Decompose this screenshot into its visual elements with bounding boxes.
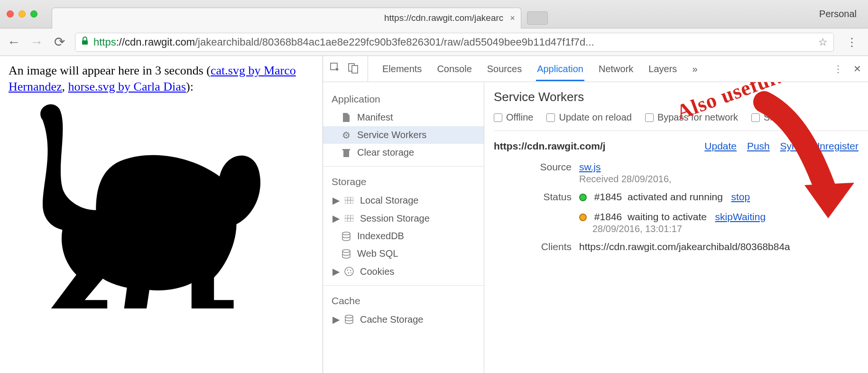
status-id: #1845 (594, 191, 622, 202)
sidebar-item-label: IndexedDB (357, 231, 404, 242)
sidebar-item-indexeddb[interactable]: IndexedDB (323, 227, 484, 245)
sidebar-item-cache-storage[interactable]: ▶ Cache Storage (323, 310, 484, 328)
devtools-close-button[interactable]: ✕ (853, 63, 861, 75)
checkbox-label: Show (764, 112, 787, 123)
sidebar-item-cookies[interactable]: ▶ Cookies (323, 262, 484, 280)
tab-sources[interactable]: Sources (486, 57, 523, 81)
tab-application[interactable]: Application (536, 57, 584, 81)
reload-button[interactable]: ⟳ (52, 34, 66, 50)
svg-rect-3 (352, 65, 358, 73)
panel-title: Service Workers (494, 90, 868, 104)
rendered-page: An image will appear here in 3 seconds (… (0, 56, 323, 373)
status-timestamp: 28/09/2016, 13:01:17 (592, 224, 868, 234)
inspect-icon[interactable] (330, 62, 341, 76)
status-row-waiting: #1846 waiting to activate skipWaiting 28… (579, 211, 868, 234)
link-sw-js[interactable]: sw.js (579, 161, 601, 172)
sidebar-item-session-storage[interactable]: ▶ Session Storage (323, 209, 484, 227)
intro-sep: , (62, 80, 68, 93)
sidebar-item-label: Clear storage (357, 147, 414, 158)
value-source: sw.js Received 28/09/2016, (579, 161, 868, 185)
tab-console[interactable]: Console (436, 57, 472, 81)
manifest-icon (341, 112, 351, 123)
browser-window: https://cdn.rawgit.com/jakearc × Persona… (0, 0, 868, 373)
device-icon[interactable] (348, 62, 359, 76)
svg-rect-5 (342, 149, 350, 150)
expand-arrow-icon[interactable]: ▶ (332, 266, 338, 277)
checkbox-offline[interactable]: Offline (494, 112, 533, 123)
action-sync[interactable]: Sync (780, 140, 803, 151)
devtools-tabs: Elements Console Sources Application Net… (323, 56, 868, 82)
svg-rect-4 (343, 150, 349, 157)
expand-arrow-icon[interactable]: ▶ (332, 195, 338, 206)
sidebar-item-label: Service Workers (357, 130, 426, 140)
svg-point-17 (347, 270, 349, 271)
action-update[interactable]: Update (704, 140, 737, 151)
devtools-body: Application Manifest ⚙ Service Workers C… (323, 82, 868, 373)
window-controls (7, 10, 37, 18)
sidebar-item-web-sql[interactable]: Web SQL (323, 245, 484, 262)
sidebar-section-cache: Cache (323, 290, 484, 310)
back-button[interactable]: ← (7, 35, 21, 50)
sw-origin: https://cdn.rawgit.com/j (494, 140, 606, 152)
close-tab-button[interactable]: × (510, 13, 515, 23)
page-intro: An image will appear here in 3 seconds (… (9, 63, 314, 95)
service-workers-panel: Service Workers Offline Update on reload… (484, 82, 868, 373)
expand-arrow-icon[interactable]: ▶ (332, 314, 338, 325)
sidebar-item-label: Local Storage (360, 195, 418, 206)
tab-elements[interactable]: Elements (381, 57, 423, 81)
close-window-button[interactable] (7, 10, 14, 18)
svg-rect-0 (82, 40, 88, 45)
expand-arrow-icon[interactable]: ▶ (332, 213, 338, 224)
devtools: Elements Console Sources Application Net… (323, 56, 868, 373)
tab-layers[interactable]: Layers (647, 57, 678, 81)
checkbox-label: Offline (506, 112, 533, 123)
checkbox-update-on-reload[interactable]: Update on reload (546, 112, 631, 123)
intro-prefix: An image will appear here in 3 seconds ( (9, 64, 211, 77)
application-sidebar: Application Manifest ⚙ Service Workers C… (323, 82, 484, 373)
svg-point-20 (351, 272, 351, 273)
label-status: Status (494, 191, 579, 203)
sidebar-item-service-workers[interactable]: ⚙ Service Workers (323, 126, 484, 144)
tab-network[interactable]: Network (598, 57, 634, 81)
gear-icon: ⚙ (341, 130, 351, 140)
sidebar-item-clear-storage[interactable]: Clear storage (323, 144, 484, 161)
devtools-menu-button[interactable]: ⋮ (833, 63, 843, 75)
status-row-activated: #1845 activated and running stop (579, 191, 868, 203)
action-push[interactable]: Push (747, 140, 770, 151)
address-bar[interactable]: https ://cdn.rawgit.com /jakearchibald/8… (75, 33, 834, 52)
bookmark-star-icon[interactable]: ☆ (813, 36, 828, 48)
sidebar-section-storage: Storage (323, 171, 484, 191)
forward-button[interactable]: → (29, 35, 44, 50)
browser-tab[interactable]: https://cdn.rawgit.com/jakearc × (52, 8, 521, 28)
action-unregister[interactable]: Unregister (813, 140, 859, 151)
sw-origin-row: https://cdn.rawgit.com/j Update Push Syn… (494, 140, 868, 152)
tab-overflow[interactable]: » (691, 57, 698, 81)
profile-label[interactable]: Personal (819, 9, 861, 19)
link-horse-svg[interactable]: horse.svg by Carla Dias (68, 80, 186, 93)
content-area: An image will appear here in 3 seconds (… (0, 56, 868, 373)
status-dot-orange-icon (579, 214, 587, 221)
label-clients: Clients (494, 241, 579, 252)
sidebar-item-manifest[interactable]: Manifest (323, 109, 484, 126)
action-skipwaiting[interactable]: skipWaiting (715, 211, 766, 222)
devtools-picker-group (330, 56, 368, 82)
sidebar-item-label: Manifest (357, 112, 393, 123)
checkbox-label: Bypass for network (657, 112, 738, 123)
menu-button[interactable]: ⋮ (842, 36, 861, 49)
database-icon (341, 231, 351, 242)
sidebar-section-application: Application (323, 89, 484, 109)
trash-icon (341, 148, 351, 158)
checkbox-show[interactable]: Show (751, 112, 787, 123)
new-tab-button[interactable] (527, 11, 548, 25)
action-stop[interactable]: stop (731, 191, 750, 202)
checkbox-bypass-network[interactable]: Bypass for network (645, 112, 738, 123)
minimize-window-button[interactable] (18, 10, 26, 18)
url-protocol: https (93, 36, 116, 48)
storage-grid-icon (344, 195, 354, 205)
sidebar-item-local-storage[interactable]: ▶ Local Storage (323, 191, 484, 209)
sidebar-item-label: Cookies (360, 266, 394, 277)
checkbox-icon (751, 113, 760, 122)
checkbox-icon (494, 113, 502, 122)
checkbox-icon (645, 113, 654, 122)
maximize-window-button[interactable] (30, 10, 37, 18)
